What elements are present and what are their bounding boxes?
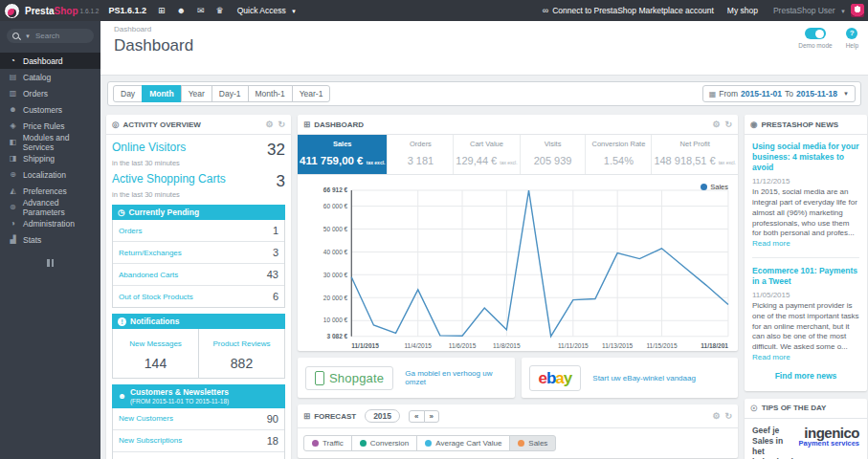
forecast-sales-button[interactable]: Sales [509,435,556,451]
cart-icon[interactable] [158,6,166,15]
stat-cart-value[interactable]: Cart Value129,44 € tax excl. [453,135,519,174]
tab-month-1[interactable]: Month-1 [248,85,293,102]
active-carts-link[interactable]: Active Shopping Carts [112,172,226,186]
online-visitors-link[interactable]: Online Visitors [112,141,186,154]
tab-year[interactable]: Year [181,85,212,102]
sidebar-item-preferences[interactable]: Preferences [0,183,100,199]
news-article-date: 11/12/2015 [752,177,859,186]
sidebar-item-advanced-parameters[interactable]: Advanced Parameters [0,199,100,215]
news-article-title[interactable]: Ecommerce 101: Payments in a Tweet [752,266,859,287]
currently-pending-header: Currently Pending [112,205,285,220]
chart-legend-sales[interactable]: Sales [701,183,728,191]
legend-dot-icon [701,184,707,190]
customers-icon [9,105,17,114]
sidebar-item-modules[interactable]: Modules and Services [0,134,100,150]
prestashop-logo[interactable] [4,3,20,19]
user-avatar[interactable] [851,4,864,17]
list-item: Product Reviews882 [198,329,284,378]
marketplace-link[interactable]: Connect to PrestaShop Marketplace accoun… [552,6,714,15]
customers-quick-icon[interactable] [177,6,186,15]
shopgate-link[interactable]: Ga mobiel en verhoog uw omzet [405,369,506,386]
sales-chart: 66 912 €60 000 €50 000 €40 000 €30 000 €… [298,175,738,351]
ebay-banner[interactable]: ebay Start uw eBay-winkel vandaag [522,358,739,398]
topbar: PrestaShop 1.6.1.2 PS1.6.1.2 Quick Acces… [0,0,868,21]
help-icon[interactable]: ? [846,28,857,39]
modules-icon [9,138,17,146]
search-input[interactable] [33,31,95,41]
sidebar-item-administration[interactable]: Administration [0,215,100,231]
search-scope-caret-icon[interactable]: ▼ [25,33,31,39]
tips-of-the-day-panel: TIPS OF THE DAY ingenico Payment service… [745,399,867,459]
messages-icon[interactable] [197,6,205,15]
stat-net-profit[interactable]: Net Profit148 918,51 € tax excl. [651,135,738,174]
brand-presta: Presta [25,6,55,16]
chevron-down-icon: ▼ [291,9,297,14]
my-shop-link[interactable]: My shop [727,6,758,15]
list-item: Total Subscribers1308 [113,452,284,459]
gauge-icon [9,56,17,65]
demo-mode-toggle[interactable] [805,28,826,39]
svg-text:50 000 €: 50 000 € [323,226,348,232]
tab-day-1[interactable]: Day-1 [211,85,249,102]
sidebar-search[interactable]: ▼ [7,29,94,43]
forecast-metric-buttons: Traffic Conversion Average Cart Value Sa… [298,428,738,458]
rss-icon [750,120,757,129]
read-more-link[interactable]: Read more [752,353,790,361]
date-range-picker[interactable]: From2015-11-01 To2015-11-18 ▼ [702,85,856,102]
conversion-dot-icon [360,440,367,447]
gear-icon[interactable] [712,411,720,421]
user-menu[interactable]: PrestaShop User ▼ [773,6,846,15]
sidebar-item-dashboard[interactable]: Dashboard [0,53,100,69]
quick-access-menu[interactable]: Quick Access ▼ [237,6,297,15]
badges-icon[interactable] [216,6,224,15]
admin-icon [9,219,17,228]
shopgate-banner[interactable]: Shopgate Ga mobiel en verhoog uw omzet [298,358,515,398]
list-item: Out of Stock Products6 [113,286,284,307]
news-article-title[interactable]: Using social media for your business: 4 … [752,142,859,173]
read-more-link[interactable]: Read more [752,239,790,248]
stat-conversion-rate[interactable]: Conversion Rate1.54% [585,135,651,174]
forecast-traffic-button[interactable]: Traffic [303,435,352,451]
refresh-icon[interactable] [278,120,285,129]
calendar-icon [709,90,717,98]
sidebar-item-shipping[interactable]: Shipping [0,150,100,166]
forecast-avg-cart-value-button[interactable]: Average Cart Value [416,435,510,451]
gear-icon[interactable] [712,120,720,129]
sidebar-item-price-rules[interactable]: Price Rules [0,118,100,134]
svg-text:66 912 €: 66 912 € [323,186,348,193]
version-label: 1.6.1.2 [80,8,100,14]
tips-panel-title: TIPS OF THE DAY [762,404,827,412]
page-body: Day Month Year Day-1 Month-1 Year-1 From… [100,75,868,459]
globe-icon [9,170,17,179]
cart-icon [303,411,310,421]
forecast-conversion-button[interactable]: Conversion [351,435,417,451]
refresh-icon[interactable] [724,120,732,129]
refresh-icon[interactable] [724,411,732,421]
ebay-link[interactable]: Start uw eBay-winkel vandaag [592,374,696,382]
sidebar-collapse-button[interactable] [46,259,56,267]
forecast-prev-button[interactable]: « [409,410,424,423]
breadcrumb[interactable]: Dashboard [114,25,151,33]
svg-text:11/1/2015: 11/1/2015 [351,342,379,349]
forecast-next-button[interactable]: » [424,410,439,423]
sidebar-item-catalog[interactable]: Catalog [0,69,100,85]
forecast-panel: FORECAST 2015 « » Traffic Conversion Ave… [298,404,738,458]
svg-text:3 082 €: 3 082 € [326,333,347,339]
tab-year-1[interactable]: Year-1 [292,85,331,102]
sidebar-item-orders[interactable]: Orders [0,85,100,101]
find-more-news-link[interactable]: Find more news [752,371,859,381]
stat-orders[interactable]: Orders3 181 [387,135,453,174]
tag-icon [9,121,17,130]
sidebar-item-customers[interactable]: Customers [0,101,100,118]
svg-text:11/6/2015: 11/6/2015 [449,342,477,349]
person-icon [118,391,126,401]
sidebar-item-localization[interactable]: Localization [0,166,100,183]
sidebar-item-stats[interactable]: Stats [0,231,100,248]
tab-day[interactable]: Day [113,85,143,102]
tab-month[interactable]: Month [142,85,182,102]
gear-icon[interactable] [265,120,273,129]
stat-visits[interactable]: Visits205 939 [520,135,586,174]
forecast-panel-title: FORECAST [314,412,356,421]
brand-name[interactable]: PrestaShop [25,6,78,16]
stat-sales[interactable]: Sales411 759,00 € tax excl. [298,135,387,174]
